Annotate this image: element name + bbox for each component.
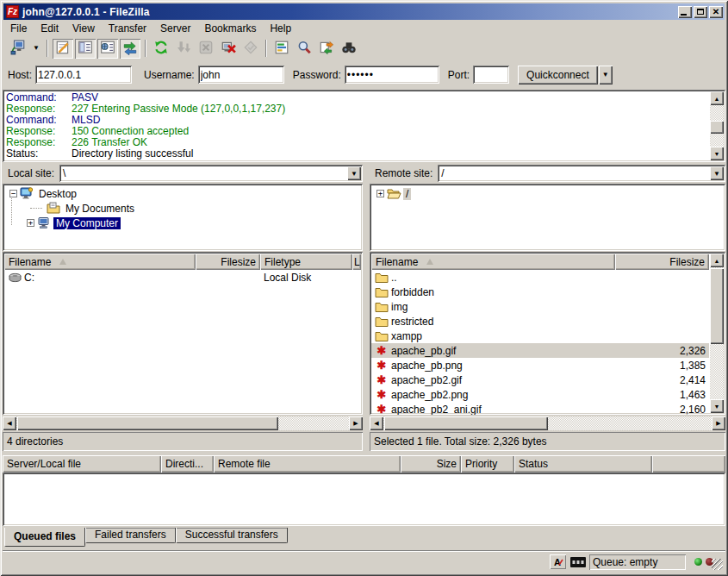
collapse-icon[interactable]: −	[9, 190, 17, 197]
menu-file[interactable]: File	[3, 22, 34, 35]
scroll-down-icon[interactable]: ▼	[710, 147, 724, 160]
remote-file-row[interactable]: ..	[371, 270, 709, 285]
scroll-left-icon[interactable]: ◀	[3, 416, 16, 430]
username-input[interactable]	[198, 66, 284, 84]
remote-directory-tree[interactable]: + /	[370, 184, 725, 251]
toggle-message-log-button[interactable]	[53, 39, 73, 59]
column-header-filename[interactable]: Filename	[371, 254, 615, 270]
local-site-combobox[interactable]: \ ▼	[59, 165, 363, 182]
column-header-filesize[interactable]: Filesize	[615, 254, 709, 270]
column-header-filesize[interactable]: Filesize	[196, 254, 260, 270]
process-queue-button[interactable]	[173, 39, 194, 59]
remote-file-row[interactable]: restricted	[371, 314, 709, 329]
host-input[interactable]	[35, 66, 132, 84]
toggle-transfer-queue-button[interactable]	[120, 39, 140, 59]
remote-file-row[interactable]: ✱apache_pb.png 1,385	[371, 358, 709, 373]
scroll-down-icon[interactable]: ▼	[710, 399, 724, 413]
chevron-down-icon[interactable]: ▼	[347, 166, 361, 180]
column-header-server-local-file[interactable]: Server/Local file	[3, 455, 161, 473]
transfer-type-indicator-icon[interactable]: A	[550, 554, 566, 569]
remote-file-row[interactable]: img	[371, 299, 709, 314]
menu-bookmarks[interactable]: Bookmarks	[197, 22, 263, 35]
column-header-status[interactable]: Status	[514, 455, 652, 473]
remote-horizontal-scrollbar[interactable]: ◀ ▶	[370, 416, 725, 430]
expand-icon[interactable]: +	[376, 190, 384, 197]
directory-comparison-button[interactable]	[294, 39, 314, 59]
tab-successful-transfers[interactable]: Successful transfers	[176, 528, 288, 543]
tree-item-my-documents[interactable]: My Documents	[4, 201, 361, 216]
remote-tree-icon	[100, 40, 115, 58]
column-header-filetype[interactable]: Filetype	[260, 254, 352, 270]
remote-file-row-selected[interactable]: ✱apache_pb.gif 2,326	[371, 343, 709, 358]
scroll-right-icon[interactable]: ▶	[349, 416, 363, 430]
close-button[interactable]: ✕	[709, 6, 723, 18]
column-header-direction[interactable]: Directi...	[161, 455, 214, 473]
scroll-thumb[interactable]	[17, 416, 278, 430]
menu-transfer[interactable]: Transfer	[102, 22, 153, 35]
title-bar[interactable]: Fz john@127.0.0.1 - FileZilla ✕	[3, 3, 725, 20]
scroll-left-icon[interactable]: ◀	[370, 416, 383, 430]
remote-file-row[interactable]: ✱apache_pb2.png 1,463	[371, 387, 709, 402]
host-label: Host:	[8, 69, 32, 81]
speed-limit-indicator-icon[interactable]	[569, 554, 586, 569]
synchronized-browsing-button[interactable]	[316, 39, 337, 59]
quickconnect-dropdown-button[interactable]: ▼	[599, 66, 613, 85]
menu-edit[interactable]: Edit	[34, 22, 65, 35]
remote-file-list[interactable]: Filename Filesize ▲ ▼ .. forbidden img	[370, 252, 725, 415]
cancel-icon	[198, 40, 214, 58]
directory-filters-button[interactable]	[271, 39, 292, 59]
column-header-priority[interactable]: Priority	[461, 455, 514, 473]
cancel-operation-button[interactable]	[196, 39, 216, 59]
scroll-up-icon[interactable]: ▲	[710, 91, 724, 105]
chevron-down-icon[interactable]: ▼	[710, 166, 724, 180]
column-header-last-modified[interactable]: L	[352, 254, 361, 270]
toggle-local-tree-button[interactable]	[75, 39, 96, 59]
local-horizontal-scrollbar[interactable]: ◀ ▶	[3, 416, 363, 430]
queue-list[interactable]	[3, 473, 725, 526]
local-file-row[interactable]: C: Local Disk	[4, 270, 361, 285]
menu-view[interactable]: View	[65, 22, 102, 35]
scroll-thumb[interactable]	[384, 416, 548, 430]
tree-item-my-computer[interactable]: + My Computer	[4, 216, 361, 230]
site-manager-dropdown-button[interactable]: ▼	[30, 39, 42, 59]
minimize-button[interactable]	[678, 6, 692, 18]
menu-help[interactable]: Help	[263, 22, 298, 35]
disconnect-button[interactable]	[218, 39, 239, 59]
scroll-thumb[interactable]	[710, 268, 724, 344]
reconnect-button[interactable]	[240, 39, 261, 59]
menu-server[interactable]: Server	[153, 22, 197, 35]
remote-file-row[interactable]: ✱apache_pb2.gif 2,414	[371, 373, 709, 387]
port-input[interactable]	[473, 66, 509, 84]
log-scrollbar[interactable]: ▲ ▼	[710, 91, 724, 160]
site-manager-button[interactable]	[8, 39, 28, 59]
refresh-button[interactable]	[151, 39, 171, 59]
column-header-remote-file[interactable]: Remote file	[214, 455, 401, 473]
remote-site-combobox[interactable]: / ▼	[438, 165, 725, 182]
find-files-button[interactable]	[339, 39, 359, 59]
maximize-button[interactable]	[694, 6, 707, 18]
remote-site-row: Remote site: / ▼	[370, 164, 725, 183]
scroll-thumb[interactable]	[710, 121, 724, 134]
chevron-down-icon: ▼	[602, 71, 609, 78]
local-directory-tree[interactable]: − Desktop My Documents + M	[3, 184, 363, 251]
scroll-right-icon[interactable]: ▶	[712, 416, 725, 430]
remote-file-row[interactable]: forbidden	[371, 285, 709, 299]
resize-grip[interactable]	[712, 559, 723, 570]
message-log[interactable]: Command:PASV Response:227 Entering Passi…	[3, 90, 725, 162]
remote-file-row[interactable]: ✱apache_pb2_ani.gif 2,160	[371, 402, 709, 415]
process-queue-icon	[176, 40, 191, 58]
scroll-up-icon[interactable]: ▲	[710, 254, 724, 267]
tab-failed-transfers[interactable]: Failed transfers	[85, 528, 176, 543]
remote-file-row[interactable]: xampp	[371, 329, 709, 343]
password-input[interactable]	[345, 66, 439, 84]
expand-icon[interactable]: +	[27, 219, 34, 227]
column-header-size[interactable]: Size	[401, 455, 461, 473]
tree-item-desktop[interactable]: − Desktop	[4, 186, 361, 201]
tree-item-root[interactable]: + /	[371, 186, 724, 201]
remote-vertical-scrollbar[interactable]: ▲ ▼	[710, 254, 724, 413]
local-file-list[interactable]: Filename Filesize Filetype L C: Local Di…	[3, 252, 363, 415]
column-header-filename[interactable]: Filename	[4, 254, 196, 270]
toggle-remote-tree-button[interactable]	[97, 39, 118, 59]
tab-queued-files[interactable]: Queued files	[4, 528, 85, 547]
quickconnect-button[interactable]: Quickconnect	[518, 66, 598, 85]
